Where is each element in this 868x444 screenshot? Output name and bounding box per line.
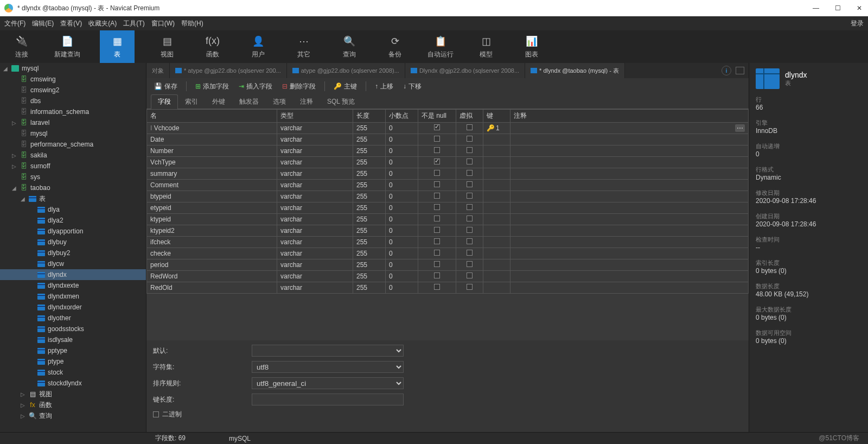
tree-item-surnoff[interactable]: ▷ 🗄 surnoff (0, 161, 146, 172)
cell-name[interactable]: Comment (147, 180, 277, 191)
toolbar-图表[interactable]: 📊图表 (519, 35, 545, 59)
tree-item-表[interactable]: ◢ 表 (0, 193, 146, 204)
cell-name[interactable]: btypeid (147, 191, 277, 202)
tree-item-视图[interactable]: ▷ ▤ 视图 (0, 389, 146, 399)
cell-key[interactable] (483, 282, 510, 294)
cell-name[interactable]: Number (147, 145, 277, 157)
field-row[interactable]: btypeid varchar 255 0 (147, 191, 749, 202)
column-header[interactable]: 不是 null (418, 110, 456, 123)
cell-decimal[interactable]: 0 (386, 123, 418, 134)
tree-item-dlyndx[interactable]: dlyndx (0, 269, 146, 280)
subtab-SQL 预览[interactable]: SQL 预览 (320, 94, 362, 109)
tree-toggle-icon[interactable]: ▷ (11, 163, 17, 169)
toolbar-查询[interactable]: 🔍查询 (336, 35, 362, 59)
tree-item-函数[interactable]: ▷ fx 函数 (0, 399, 146, 410)
cell-decimal[interactable]: 0 (386, 271, 418, 282)
column-header[interactable]: 注释 (510, 110, 749, 123)
move-up-button[interactable]: ↑ 上移 (372, 81, 397, 92)
cell-name[interactable]: I Vchcode (147, 123, 277, 134)
charset-select[interactable]: utf8 (252, 361, 404, 373)
toolbar-连接[interactable]: 🔌连接 (9, 35, 35, 59)
cell-length[interactable]: 255 (353, 145, 386, 157)
cell-type[interactable]: varchar (277, 168, 353, 180)
minimize-button[interactable]: — (812, 4, 820, 12)
save-button[interactable]: 💾 保存 (151, 81, 181, 92)
cell-virtual[interactable] (456, 134, 483, 145)
cell-notnull[interactable] (418, 202, 456, 214)
field-row[interactable]: Number varchar 255 0 (147, 145, 749, 157)
cell-virtual[interactable] (456, 225, 483, 237)
tree-item-dlyndxmen[interactable]: dlyndxmen (0, 291, 146, 302)
cell-type[interactable]: varchar (277, 237, 353, 248)
subtab-选项[interactable]: 选项 (266, 94, 293, 109)
cell-comment[interactable] (510, 180, 749, 191)
cell-comment[interactable] (510, 202, 749, 214)
field-row[interactable]: Date varchar 255 0 (147, 134, 749, 145)
cell-notnull[interactable] (418, 134, 456, 145)
connection-tree[interactable]: ◢ mysql 🗄 cmswing 🗄 cmswing2 🗄 dbs 🗄 inf… (0, 63, 146, 432)
toolbar-表[interactable]: ▦表 (100, 30, 135, 64)
collation-select[interactable]: utf8_general_ci (252, 377, 404, 389)
maximize-button[interactable]: ☐ (833, 4, 842, 12)
tree-item-stock[interactable]: stock (0, 367, 146, 378)
toolbar-视图[interactable]: ▤视图 (154, 35, 180, 59)
subtab-触发器[interactable]: 触发器 (232, 94, 266, 109)
fields-grid[interactable]: 名类型长度小数点不是 null虚拟键注释 I Vchcode varchar 2… (146, 109, 749, 294)
tree-item-laravel[interactable]: ▷ 🗄 laravel (0, 117, 146, 128)
tree-item-dlyapportion[interactable]: dlyapportion (0, 226, 146, 237)
cell-type[interactable]: varchar (277, 214, 353, 225)
cell-key[interactable] (483, 145, 510, 157)
comment-edit-button[interactable]: ⋯ (735, 124, 745, 132)
cell-comment[interactable] (510, 191, 749, 202)
tree-item-dlyndxexte[interactable]: dlyndxexte (0, 280, 146, 291)
editor-tab[interactable]: * atype @gjp22.dbo (sqlserver 200... (170, 63, 287, 78)
delete-field-button[interactable]: ⊟ 删除字段 (279, 81, 319, 92)
cell-comment[interactable] (510, 225, 749, 237)
cell-key[interactable] (483, 214, 510, 225)
subtab-索引[interactable]: 索引 (178, 94, 205, 109)
toolbar-备份[interactable]: ⟳备份 (382, 35, 408, 59)
editor-tab[interactable]: Dlyndx @gjp22.dbo (sqlserver 2008... (405, 63, 525, 78)
tree-item-dlyother[interactable]: dlyother (0, 313, 146, 324)
tree-item-查询[interactable]: ▷ 🔍 查询 (0, 410, 146, 421)
menu-file[interactable]: 文件(F) (4, 19, 25, 28)
field-row[interactable]: etypeid varchar 255 0 (147, 202, 749, 214)
cell-notnull[interactable] (418, 168, 456, 180)
menu-window[interactable]: 窗口(W) (151, 19, 175, 28)
cell-decimal[interactable]: 0 (386, 202, 418, 214)
field-row[interactable]: RedOld varchar 255 0 (147, 282, 749, 294)
tree-item-goodsstocks[interactable]: goodsstocks (0, 324, 146, 334)
cell-comment[interactable] (510, 157, 749, 168)
cell-type[interactable]: varchar (277, 180, 353, 191)
cell-comment[interactable] (510, 214, 749, 225)
cell-name[interactable]: RedWord (147, 271, 277, 282)
column-header[interactable]: 类型 (277, 110, 353, 123)
toolbar-其它[interactable]: ⋯其它 (291, 35, 317, 59)
cell-decimal[interactable]: 0 (386, 145, 418, 157)
column-header[interactable]: 虚拟 (456, 110, 483, 123)
toolbar-自动运行[interactable]: 📋自动运行 (427, 35, 454, 59)
tree-toggle-icon[interactable]: ◢ (11, 185, 17, 191)
cell-key[interactable] (483, 259, 510, 271)
cell-type[interactable]: varchar (277, 259, 353, 271)
cell-decimal[interactable]: 0 (386, 259, 418, 271)
primary-key-button[interactable]: 🔑 主键 (330, 81, 360, 92)
subtab-字段[interactable]: 字段 (151, 94, 178, 109)
column-header[interactable]: 小数点 (386, 110, 418, 123)
field-row[interactable]: I Vchcode varchar 255 0 🔑1 ⋯ (147, 123, 749, 134)
cell-length[interactable]: 255 (353, 123, 386, 134)
cell-virtual[interactable] (456, 123, 483, 134)
cell-virtual[interactable] (456, 282, 483, 294)
tree-item-dbs[interactable]: 🗄 dbs (0, 96, 146, 106)
cell-virtual[interactable] (456, 248, 483, 259)
cell-type[interactable]: varchar (277, 157, 353, 168)
cell-comment[interactable] (510, 145, 749, 157)
cell-comment[interactable] (510, 134, 749, 145)
cell-length[interactable]: 255 (353, 282, 386, 294)
cell-key[interactable] (483, 225, 510, 237)
tree-item-performance_schema[interactable]: 🗄 performance_schema (0, 139, 146, 150)
menu-edit[interactable]: 编辑(E) (32, 19, 54, 28)
cell-notnull[interactable] (418, 237, 456, 248)
cell-name[interactable]: checke (147, 248, 277, 259)
cell-virtual[interactable] (456, 157, 483, 168)
